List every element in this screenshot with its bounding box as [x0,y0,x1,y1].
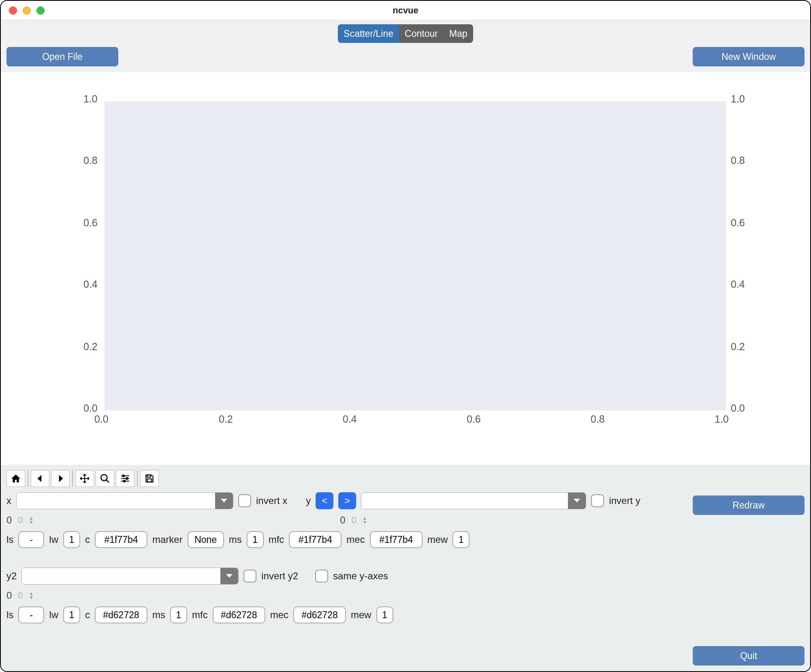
marker-input[interactable] [188,531,224,548]
invert-y2-label: invert y2 [261,570,298,582]
forward-icon[interactable] [51,470,70,487]
ytick: 1.0 [83,93,98,105]
pan-icon[interactable] [75,470,94,487]
ls-input[interactable] [18,531,44,548]
y-variable-select[interactable] [361,492,586,509]
y2-variable-input[interactable] [22,568,220,584]
spinner-value[interactable] [13,589,27,602]
plot-canvas[interactable] [105,101,726,410]
home-icon[interactable] [6,470,25,487]
open-file-button[interactable]: Open File [6,47,118,66]
mfc-label: mfc [192,609,208,621]
ms-input[interactable] [170,606,187,623]
tab-map[interactable]: Map [444,24,473,43]
subplots-icon[interactable] [116,470,134,487]
traffic-lights [9,6,45,15]
spinner-value[interactable] [13,513,27,527]
matplotlib-toolbar [6,470,805,487]
y-dim-spinner[interactable]: 0 ▲▼ [340,513,367,527]
save-icon[interactable] [140,470,159,487]
mec-label: mec [270,609,288,621]
plot-type-tabs: Scatter/Line Contour Map [338,24,473,43]
marker-label: marker [152,534,183,545]
tab-contour[interactable]: Contour [399,24,444,43]
same-yaxes-checkbox[interactable] [315,570,328,583]
mfc-label: mfc [269,534,284,545]
controls-panel: x invert x y < > [1,465,810,671]
y-next-button[interactable]: > [338,492,356,509]
dim-spinner-row: 0 ▲▼ 0 ▲▼ [6,513,685,527]
ytick: 0.2 [83,341,98,353]
xy-selector-row: x invert x y < > [6,492,685,509]
y2-variable-select[interactable] [21,568,239,585]
spinner-label: 0 [340,515,345,526]
x-label: x [6,495,11,506]
y2tick: 0.0 [731,402,745,414]
y-variable-input[interactable] [361,493,568,509]
spinner-arrows-icon[interactable]: ▲▼ [29,516,34,524]
invert-y-checkbox[interactable] [591,494,604,507]
chevron-down-icon[interactable] [220,568,238,584]
svg-rect-5 [147,479,152,482]
xtick: 0.4 [343,413,357,425]
spinner-arrows-icon[interactable]: ▲▼ [363,516,367,524]
minimize-icon[interactable] [23,6,31,15]
tab-scatter-line[interactable]: Scatter/Line [338,24,399,43]
lw-input[interactable] [63,531,80,548]
redraw-button[interactable]: Redraw [693,495,805,515]
back-icon[interactable] [31,470,49,487]
ls-input[interactable] [18,606,44,623]
xtick: 0.8 [591,413,605,425]
mec-input[interactable] [370,531,423,548]
c-input[interactable] [95,606,147,623]
chart-area: 1.0 0.8 0.6 0.4 0.2 0.0 1.0 0.8 0.6 0.4 … [1,72,810,465]
mew-label: mew [351,609,371,621]
mfc-input[interactable] [213,606,265,623]
mew-label: mew [427,534,448,545]
window-title: ncvue [1,5,810,16]
x-variable-select[interactable] [16,492,233,509]
lw-label: lw [49,609,58,621]
y-prev-button[interactable]: < [316,492,333,509]
xtick: 0.2 [219,413,233,425]
mec-label: mec [346,534,365,545]
c-input[interactable] [95,531,147,548]
y2-dim-spinner[interactable]: 0 ▲▼ [6,589,34,602]
mfc-input[interactable] [289,531,341,548]
new-window-button[interactable]: New Window [693,47,805,66]
ytick: 0.0 [83,402,98,414]
y2-dim-spinner-row: 0 ▲▼ [6,589,685,602]
x-variable-input[interactable] [17,493,215,509]
invert-y-label: invert y [609,495,640,506]
mec-input[interactable] [293,606,346,623]
xtick: 0.0 [94,413,109,425]
close-icon[interactable] [9,6,17,15]
invert-y2-checkbox[interactable] [243,570,256,583]
chevron-down-icon[interactable] [568,493,586,509]
svg-point-0 [101,474,107,481]
c-label: c [85,534,90,545]
ls-label: ls [6,534,13,545]
ytick: 0.4 [83,279,98,290]
mew-input[interactable] [452,531,470,548]
ms-input[interactable] [247,531,264,548]
chevron-down-icon[interactable] [215,493,233,509]
invert-x-label: invert x [256,495,287,506]
maximize-icon[interactable] [36,6,45,15]
mew-input[interactable] [376,606,393,623]
invert-x-checkbox[interactable] [238,494,251,507]
zoom-icon[interactable] [96,470,114,487]
svg-point-1 [123,475,124,476]
spinner-label: 0 [6,515,12,526]
spinner-arrows-icon[interactable]: ▲▼ [29,591,34,600]
quit-button[interactable]: Quit [693,646,805,666]
x-dim-spinner[interactable]: 0 ▲▼ [6,513,34,527]
y2tick: 1.0 [731,93,745,105]
lw-label: lw [49,534,58,545]
y2-label: y2 [6,570,17,582]
spinner-value[interactable] [347,513,361,527]
lw-input[interactable] [63,606,80,623]
toolbar-separator [72,470,73,487]
style2-row: ls lw c ms mfc mec mew [6,606,685,623]
app-window: ncvue Scatter/Line Contour Map Open File… [0,0,811,672]
